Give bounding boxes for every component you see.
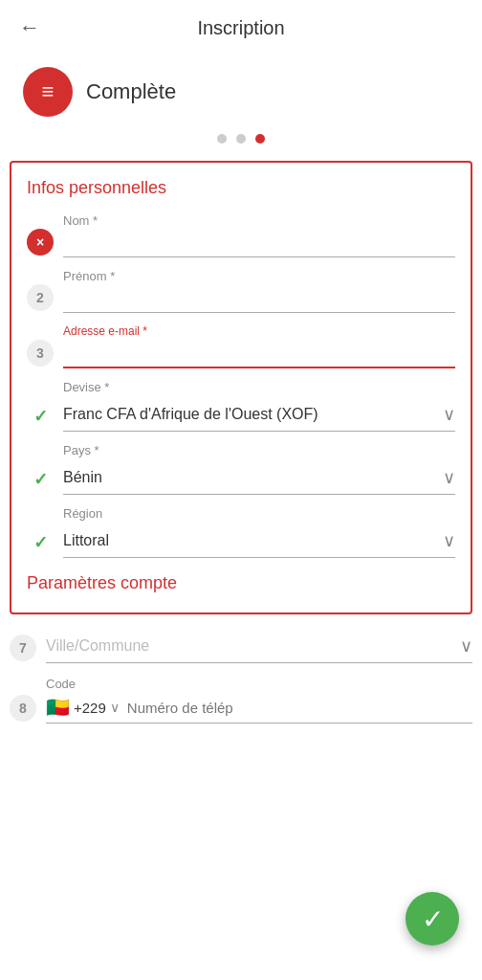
pays-chevron-icon: ∨: [443, 467, 455, 488]
phone-number-input[interactable]: [127, 700, 472, 716]
region-value: Littoral: [63, 532, 443, 549]
email-label: Adresse e-mail *: [63, 324, 455, 338]
phone-indicator: 8: [10, 695, 36, 722]
region-label: Région: [63, 506, 455, 521]
phone-code-label: Code: [46, 677, 76, 691]
back-button[interactable]: ←: [19, 15, 40, 40]
prenom-input[interactable]: [63, 287, 455, 313]
ville-row: 7 Ville/Commune ∨: [10, 630, 472, 663]
prenom-row: 2 Prénom *: [27, 269, 455, 313]
personal-info-card: Infos personnelles × Nom * 2 Prénom * 3 …: [10, 161, 472, 614]
phone-input-row: 🇧🇯 +229 ∨: [46, 692, 472, 724]
nom-row: × Nom *: [27, 213, 455, 257]
step-dots: [0, 124, 482, 161]
dot-3: [255, 134, 265, 144]
region-field: Région Littoral ∨: [63, 506, 455, 558]
devise-label: Devise *: [63, 380, 455, 394]
page-title: Inscription: [197, 17, 284, 39]
region-indicator: ✓: [27, 529, 54, 556]
email-input[interactable]: [63, 342, 455, 368]
region-chevron-icon: ∨: [443, 530, 455, 551]
prenom-indicator: 2: [27, 284, 54, 311]
nom-label: Nom *: [63, 213, 455, 228]
devise-select[interactable]: Franc CFA d'Afrique de l'Ouest (XOF) ∨: [63, 398, 455, 432]
header: ← Inscription: [0, 0, 482, 56]
ville-placeholder: Ville/Commune: [46, 637, 460, 655]
complete-label: Complète: [86, 79, 176, 104]
prenom-field: Prénom *: [63, 269, 455, 313]
email-row: 3 Adresse e-mail *: [27, 324, 455, 368]
ville-select[interactable]: Ville/Commune ∨: [46, 630, 472, 663]
region-select[interactable]: Littoral ∨: [63, 524, 455, 558]
email-indicator: 3: [27, 340, 54, 367]
dot-1: [217, 134, 227, 144]
country-code: +229: [74, 700, 106, 716]
complete-icon-symbol: ≡: [42, 79, 55, 104]
ville-chevron-icon: ∨: [460, 635, 472, 657]
phone-field: Code 🇧🇯 +229 ∨: [46, 675, 472, 724]
personal-section-title: Infos personnelles: [27, 178, 455, 198]
devise-field: Devise * Franc CFA d'Afrique de l'Ouest …: [63, 380, 455, 432]
account-section-title: Paramètres compte: [27, 573, 455, 593]
devise-indicator: ✓: [27, 403, 54, 430]
region-row: ✓ Région Littoral ∨: [27, 506, 455, 558]
flag-code[interactable]: 🇧🇯 +229 ∨: [46, 696, 120, 719]
ville-indicator: 7: [10, 635, 36, 661]
complete-icon: ≡: [23, 67, 73, 117]
complete-section: ≡ Complète: [0, 56, 482, 124]
pays-indicator: ✓: [27, 466, 54, 493]
nom-input[interactable]: [63, 232, 455, 257]
pays-row: ✓ Pays * Bénin ∨: [27, 443, 455, 495]
fab-check-button[interactable]: ✓: [405, 892, 459, 946]
nom-indicator: ×: [27, 229, 54, 256]
flag-emoji: 🇧🇯: [46, 696, 70, 719]
devise-chevron-icon: ∨: [443, 404, 455, 425]
pays-label: Pays *: [63, 443, 455, 457]
below-card: 7 Ville/Commune ∨ 8 Code 🇧🇯 +229 ∨: [10, 630, 472, 724]
pays-select[interactable]: Bénin ∨: [63, 461, 455, 495]
phone-row: 8 Code 🇧🇯 +229 ∨: [10, 675, 472, 724]
email-field: Adresse e-mail *: [63, 324, 455, 368]
nom-field: Nom *: [63, 213, 455, 257]
pays-value: Bénin: [63, 469, 443, 486]
pays-field: Pays * Bénin ∨: [63, 443, 455, 495]
ville-field: Ville/Commune ∨: [46, 630, 472, 663]
devise-value: Franc CFA d'Afrique de l'Ouest (XOF): [63, 406, 443, 423]
prenom-label: Prénom *: [63, 269, 455, 283]
dot-2: [236, 134, 246, 144]
fab-check-icon: ✓: [422, 903, 444, 935]
code-chevron-icon: ∨: [110, 700, 120, 715]
devise-row: ✓ Devise * Franc CFA d'Afrique de l'Oues…: [27, 380, 455, 432]
